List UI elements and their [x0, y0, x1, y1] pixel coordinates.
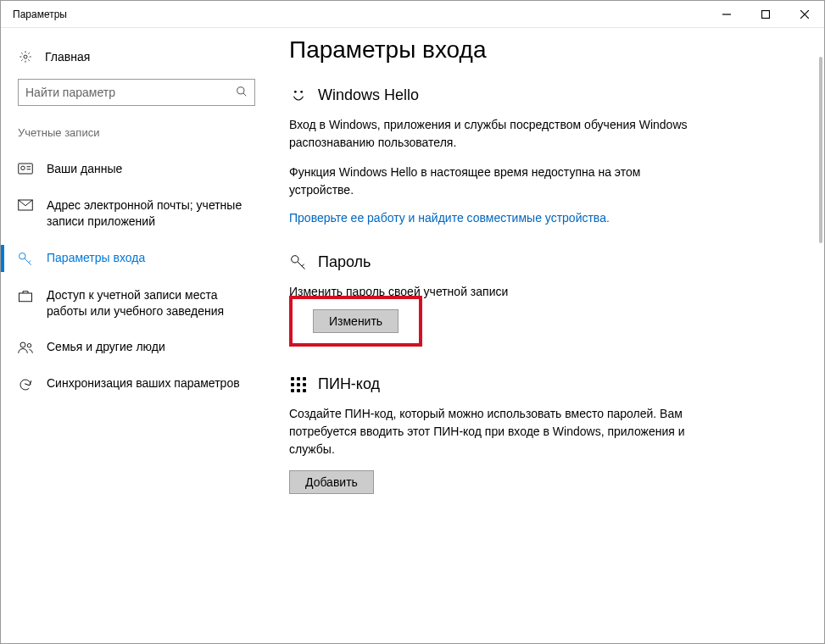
key-icon [289, 254, 308, 271]
sidebar-home[interactable]: Главная [1, 43, 272, 79]
maximize-button[interactable] [746, 1, 785, 27]
settings-window: Параметры Главная [0, 0, 825, 644]
window-controls [707, 1, 824, 27]
pin-pad-icon [289, 377, 308, 392]
add-pin-button[interactable]: Добавить [289, 470, 374, 494]
search-icon [236, 86, 248, 100]
hello-heading-row: Windows Hello [289, 86, 790, 104]
search-input[interactable] [25, 86, 236, 99]
sidebar-item-label: Доступ к учетной записи места работы или… [47, 287, 255, 319]
svg-line-6 [243, 92, 247, 96]
sync-icon [18, 375, 33, 392]
section-windows-hello: Windows Hello Вход в Windows, приложения… [289, 86, 790, 225]
briefcase-icon [18, 287, 33, 303]
svg-point-20 [292, 255, 298, 262]
password-heading: Пароль [318, 253, 371, 271]
svg-point-18 [294, 91, 297, 93]
people-icon [18, 339, 33, 354]
svg-line-22 [302, 264, 304, 266]
highlight-change-password: Изменить [289, 296, 422, 347]
pin-heading-row: ПИН-код [289, 375, 790, 393]
sidebar-item-label: Семья и другие люди [47, 339, 165, 355]
svg-point-8 [21, 166, 25, 170]
sidebar-item-label: Синхронизация ваших параметров [47, 375, 240, 391]
content-area: Параметры входа Windows Hello Вход в Win… [272, 28, 824, 643]
svg-rect-15 [20, 293, 32, 302]
page-title: Параметры входа [289, 36, 790, 64]
gear-icon [18, 50, 33, 64]
password-heading-row: Пароль [289, 253, 790, 271]
minimize-button[interactable] [707, 1, 746, 27]
sidebar-item-signin-options[interactable]: Параметры входа [1, 240, 272, 277]
hello-text-1: Вход в Windows, приложения и службы поср… [289, 116, 696, 152]
sidebar-item-label: Адрес электронной почты; учетные записи … [47, 197, 255, 230]
svg-point-4 [24, 55, 27, 58]
search-box[interactable] [18, 79, 255, 106]
svg-point-17 [27, 344, 31, 348]
svg-point-5 [237, 86, 244, 93]
sidebar-item-work-access[interactable]: Доступ к учетной записи места работы или… [1, 277, 272, 330]
mail-icon [18, 197, 33, 211]
sidebar-section-label: Учетные записи [1, 126, 272, 151]
svg-point-16 [20, 342, 25, 347]
titlebar: Параметры [1, 1, 824, 28]
section-password: Пароль Изменить пароль своей учетной зап… [289, 253, 790, 347]
sidebar-home-label: Главная [45, 50, 90, 64]
hello-heading: Windows Hello [318, 86, 419, 104]
sidebar-item-sync[interactable]: Синхронизация ваших параметров [1, 365, 272, 402]
svg-point-12 [20, 253, 26, 259]
svg-line-21 [298, 262, 304, 269]
window-title: Параметры [13, 8, 67, 20]
change-password-button[interactable]: Изменить [313, 309, 399, 333]
hello-text-2: Функция Windows Hello в настоящее время … [289, 164, 696, 199]
svg-line-13 [25, 258, 31, 265]
svg-line-14 [29, 260, 31, 262]
sidebar: Главная Учетные записи Ваши данные [1, 28, 272, 643]
close-button[interactable] [785, 1, 824, 27]
svg-rect-7 [19, 164, 33, 174]
sidebar-item-email[interactable]: Адрес электронной почты; учетные записи … [1, 187, 272, 240]
svg-rect-1 [762, 10, 770, 18]
sidebar-item-label: Ваши данные [47, 161, 122, 177]
pin-text: Создайте ПИН-код, который можно использо… [289, 405, 696, 458]
sidebar-item-label: Параметры входа [47, 250, 145, 266]
person-card-icon [18, 161, 33, 175]
section-pin: ПИН-код Создайте ПИН-код, который можно … [289, 375, 790, 494]
sidebar-item-your-info[interactable]: Ваши данные [1, 151, 272, 187]
sidebar-item-family[interactable]: Семья и другие люди [1, 329, 272, 365]
body-area: Главная Учетные записи Ваши данные [1, 28, 824, 643]
svg-point-19 [300, 91, 303, 93]
search-wrap [1, 79, 272, 126]
scrollbar[interactable] [819, 57, 822, 243]
smile-icon [289, 86, 308, 104]
hello-compat-link[interactable]: Проверьте ее работу и найдите совместимы… [289, 211, 610, 225]
pin-heading: ПИН-код [318, 375, 380, 393]
key-icon [18, 250, 33, 267]
